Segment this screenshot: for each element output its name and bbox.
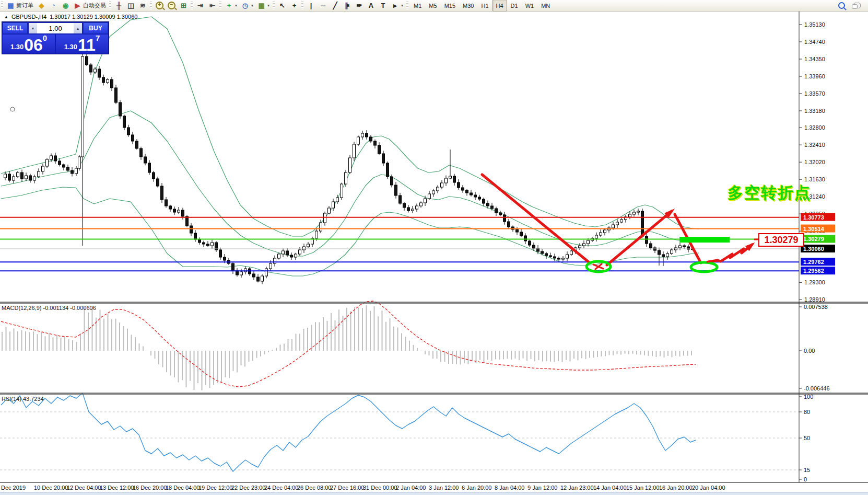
- time-axis-label[interactable]: 16 Jan 20:00: [659, 485, 693, 491]
- candle-body: [616, 222, 619, 225]
- candle-body: [541, 251, 544, 254]
- candle-body: [516, 229, 519, 232]
- cursor-button[interactable]: ↖: [276, 0, 288, 11]
- bar-chart-button[interactable]: ╫: [113, 0, 125, 11]
- time-axis-label[interactable]: 31 Dec 00:00: [363, 485, 397, 491]
- price-tick-label: 1.35130: [804, 21, 825, 28]
- time-axis-label[interactable]: 8 Jan 04:00: [495, 485, 525, 491]
- candle-body: [336, 198, 339, 202]
- sell-price[interactable]: 1.30 06 0: [3, 34, 55, 53]
- new-order-icon: ▤: [7, 2, 15, 9]
- indicators-button[interactable]: +▾: [223, 0, 239, 11]
- funnel-button[interactable]: ◆: [36, 0, 48, 11]
- zoom-in-button[interactable]: +: [154, 0, 166, 11]
- candlestick-button[interactable]: ◫: [125, 0, 137, 11]
- time-axis-label[interactable]: Dec 2019: [1, 485, 26, 491]
- fibonacci-button[interactable]: ≡F: [353, 0, 365, 11]
- channel-button[interactable]: ∥E: [341, 0, 353, 11]
- candle-body: [127, 128, 130, 135]
- sell-button[interactable]: SELL: [3, 22, 28, 34]
- time-axis-label[interactable]: 24 Dec 04:00: [264, 485, 298, 491]
- toolbar-grip: [301, 2, 303, 9]
- buy-button[interactable]: BUY: [83, 22, 108, 34]
- candle-body: [361, 133, 364, 137]
- sell-price-sup: 0: [43, 34, 47, 42]
- volume-increase-button[interactable]: ▲: [74, 23, 82, 33]
- zoom-out-button[interactable]: −: [166, 0, 178, 11]
- collapse-marker-icon[interactable]: ▲: [4, 15, 8, 19]
- time-axis-label[interactable]: 22 Dec 23:00: [231, 485, 265, 491]
- signals-button[interactable]: ◉: [60, 0, 72, 11]
- periods-button[interactable]: ◷▾: [239, 0, 255, 11]
- templates-button[interactable]: ▦▾: [255, 0, 272, 11]
- time-axis-label[interactable]: 20 Jan 04:00: [692, 485, 725, 491]
- signals-icon: ◉: [62, 2, 69, 9]
- tf-h1-button[interactable]: H1: [477, 0, 492, 11]
- time-axis-label[interactable]: 2 Jan 04:00: [396, 485, 426, 491]
- time-axis-label[interactable]: 9 Jan 12:00: [527, 485, 558, 491]
- tf-m1-button[interactable]: M1: [410, 0, 425, 11]
- chart-shift-button[interactable]: ⇤: [206, 0, 218, 11]
- line-chart-button[interactable]: ≋: [137, 0, 149, 11]
- time-axis-label[interactable]: 18 Dec 04:00: [166, 485, 200, 491]
- tf-m15-button[interactable]: M15: [441, 0, 459, 11]
- price-tick-label: 1.32020: [804, 159, 825, 165]
- volume-input[interactable]: [37, 23, 74, 33]
- time-axis-label[interactable]: 26 Dec 08:00: [297, 485, 331, 491]
- candle-body: [386, 163, 389, 177]
- candle-body: [58, 161, 61, 165]
- time-axis-label[interactable]: 16 Dec 20:00: [133, 485, 167, 491]
- candle-body: [286, 251, 289, 255]
- arrows-button[interactable]: ▸▾: [389, 0, 405, 11]
- chart-canvas[interactable]: 1.351301.347401.343501.339601.335701.331…: [0, 0, 868, 495]
- chat-button[interactable]: [851, 0, 863, 11]
- search-button[interactable]: [836, 0, 847, 11]
- candle-body: [474, 195, 477, 197]
- time-axis-label[interactable]: 13 Dec 12:00: [100, 485, 134, 491]
- candle-body: [86, 56, 88, 65]
- tf-m5-button[interactable]: M5: [425, 0, 440, 11]
- time-axis-label[interactable]: 3 Jan 12:00: [429, 485, 459, 491]
- turning-point-annotation[interactable]: 多空转折点: [728, 182, 811, 204]
- time-axis-label[interactable]: 12 Jan 23:00: [560, 485, 594, 491]
- tf-mn-button[interactable]: MN: [537, 0, 554, 11]
- candle-body: [524, 236, 527, 241]
- hline-button[interactable]: ─: [317, 0, 329, 11]
- candle-body: [432, 191, 435, 194]
- new-order-button[interactable]: ▤新订单: [5, 0, 36, 11]
- candle-body: [378, 145, 381, 154]
- highlight-bar[interactable]: [679, 237, 730, 243]
- text-button[interactable]: A: [365, 0, 377, 11]
- volume-decrease-button[interactable]: ▼: [29, 23, 37, 33]
- tf-d1-button[interactable]: D1: [507, 0, 522, 11]
- tf-m30-button[interactable]: M30: [459, 0, 477, 11]
- candle-body: [428, 194, 431, 199]
- candle-body: [157, 179, 159, 186]
- tf-h4-button[interactable]: H4: [492, 0, 507, 11]
- label-button[interactable]: T: [377, 0, 389, 11]
- vline-button[interactable]: |: [305, 0, 317, 11]
- candle-body: [600, 233, 602, 235]
- publish-button[interactable]: ◔: [48, 0, 60, 11]
- time-axis-label[interactable]: 6 Jan 20:00: [462, 485, 492, 491]
- price-tag-annotation[interactable]: 1.30279: [758, 233, 804, 247]
- toolbar-grip: [109, 2, 111, 9]
- buy-price[interactable]: 1.30 11 7: [56, 34, 108, 53]
- time-axis-label[interactable]: 14 Jan 04:00: [593, 485, 627, 491]
- time-axis-label[interactable]: 15 Jan 12:00: [626, 485, 660, 491]
- time-axis-label[interactable]: 27 Dec 16:00: [330, 485, 364, 491]
- time-axis-label[interactable]: 12 Dec 04:00: [67, 485, 101, 491]
- tile-windows-button[interactable]: ⊞: [178, 0, 190, 11]
- zoom-in-icon: +: [156, 2, 163, 9]
- time-axis-label[interactable]: 19 Dec 12:00: [198, 485, 232, 491]
- chevron-down-icon: ▾: [251, 3, 253, 8]
- auto-scroll-button[interactable]: ⇥: [194, 0, 206, 11]
- candle-body: [558, 258, 560, 259]
- tf-w1-button[interactable]: W1: [522, 0, 538, 11]
- time-axis-label[interactable]: 10 Dec 20:00: [34, 485, 68, 491]
- candle-body: [549, 256, 552, 257]
- crosshair-button[interactable]: +: [288, 0, 300, 11]
- trendline-button[interactable]: ╱: [329, 0, 341, 11]
- autotrading-button[interactable]: ▶自动交易: [72, 0, 108, 11]
- candle-body: [182, 210, 184, 216]
